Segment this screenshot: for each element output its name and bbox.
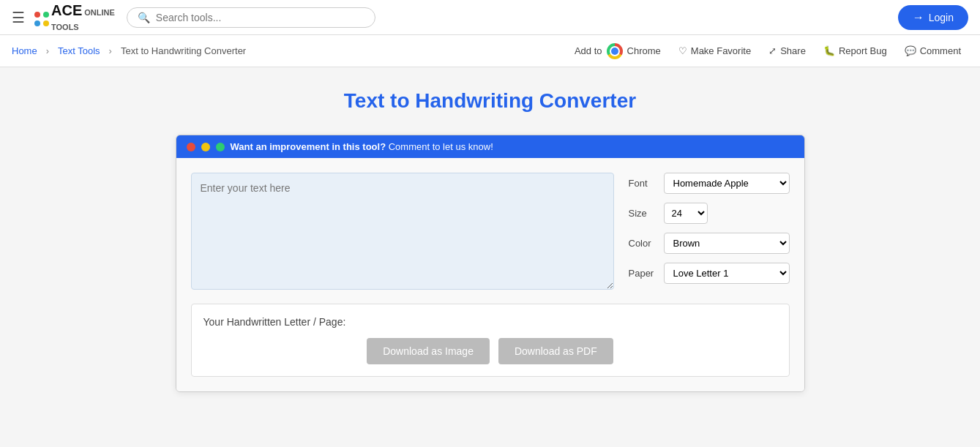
text-input-area: [191, 173, 614, 292]
titlebar-notice: Want an improvement in this tool? Commen…: [231, 141, 493, 152]
comment-button[interactable]: 💬 Comment: [897, 41, 968, 61]
size-label: Size: [629, 208, 658, 219]
chrome-icon: [607, 43, 623, 59]
breadcrumb-sep-1: ›: [46, 45, 49, 56]
breadcrumb-section: Home › Text Tools › Text to Handwriting …: [12, 45, 246, 56]
page-title: Text to Handwriting Converter: [15, 89, 965, 113]
paper-label: Paper: [629, 268, 658, 279]
comment-icon: 💬: [905, 45, 916, 56]
paper-select[interactable]: Love Letter 1 Love Letter 2 Plain White …: [664, 263, 790, 284]
search-icon: 🔍: [138, 12, 150, 23]
add-to-label: Add to: [575, 45, 602, 56]
login-icon: →: [913, 11, 924, 24]
color-label: Color: [629, 238, 658, 249]
report-bug-button[interactable]: 🐛 Report Bug: [816, 41, 894, 61]
breadcrumb-actions: Add to Chrome ♡ Make Favorite ⤢ Share 🐛 …: [567, 39, 968, 64]
search-bar: 🔍: [127, 7, 375, 28]
download-image-button[interactable]: Download as Image: [367, 338, 490, 364]
login-label: Login: [929, 12, 954, 23]
output-title: Your Handwritten Letter / Page:: [203, 316, 777, 328]
tool-window: Want an improvement in this tool? Commen…: [176, 135, 805, 392]
font-select[interactable]: Homemade Apple Dancing Script Caveat Pac…: [664, 173, 790, 194]
add-to-chrome-button[interactable]: Add to Chrome: [567, 39, 668, 64]
font-control-row: Font Homemade Apple Dancing Script Cavea…: [629, 173, 790, 194]
login-button[interactable]: → Login: [898, 5, 968, 30]
logo-dot-red: [34, 12, 40, 18]
font-label: Font: [629, 178, 658, 189]
window-dot-red: [187, 143, 195, 151]
color-control-row: Color Brown Black Blue Red: [629, 233, 790, 254]
menu-icon[interactable]: ☰: [12, 9, 25, 26]
breadcrumb-sep-2: ›: [109, 45, 112, 56]
logo[interactable]: ACE ONLINETOOLS: [34, 3, 115, 32]
bug-icon: 🐛: [823, 45, 835, 56]
share-button[interactable]: ⤢ Share: [761, 41, 813, 61]
window-dot-yellow: [201, 143, 210, 151]
size-select[interactable]: 16 20 24 28 32: [664, 203, 708, 224]
tool-titlebar: Want an improvement in this tool? Commen…: [176, 135, 804, 158]
make-favorite-label: Make Favorite: [691, 45, 751, 56]
topbar: ☰ ACE ONLINETOOLS 🔍 → Login: [0, 0, 980, 35]
output-section: Your Handwritten Letter / Page: Download…: [191, 304, 790, 377]
tool-main-row: Font Homemade Apple Dancing Script Cavea…: [191, 173, 790, 292]
comment-label: Comment: [920, 45, 961, 56]
text-input[interactable]: [191, 173, 614, 290]
breadcrumb-current: Text to Handwriting Converter: [121, 45, 246, 56]
logo-dot-yellow: [43, 20, 49, 26]
share-label: Share: [780, 45, 806, 56]
main-content: Text to Handwriting Converter Want an im…: [0, 67, 980, 407]
share-icon: ⤢: [768, 45, 777, 56]
output-buttons: Download as Image Download as PDF: [203, 338, 777, 364]
heart-icon: ♡: [678, 45, 687, 56]
chrome-label: Chrome: [627, 45, 661, 56]
report-bug-label: Report Bug: [839, 45, 887, 56]
window-dot-green: [216, 143, 225, 151]
color-select[interactable]: Brown Black Blue Red: [664, 233, 790, 254]
breadcrumb-home[interactable]: Home: [12, 45, 37, 56]
breadcrumb-text-tools[interactable]: Text Tools: [58, 45, 100, 56]
search-input[interactable]: [156, 12, 364, 23]
logo-dot-green: [43, 12, 49, 18]
paper-control-row: Paper Love Letter 1 Love Letter 2 Plain …: [629, 263, 790, 284]
make-favorite-button[interactable]: ♡ Make Favorite: [671, 41, 758, 61]
download-pdf-button[interactable]: Download as PDF: [498, 338, 613, 364]
logo-dot-blue: [34, 20, 40, 26]
breadcrumb-bar: Home › Text Tools › Text to Handwriting …: [0, 35, 980, 67]
size-control-row: Size 16 20 24 28 32: [629, 203, 790, 224]
tool-body: Font Homemade Apple Dancing Script Cavea…: [176, 158, 804, 391]
tool-controls: Font Homemade Apple Dancing Script Cavea…: [629, 173, 790, 284]
topbar-right: → Login: [898, 5, 968, 30]
